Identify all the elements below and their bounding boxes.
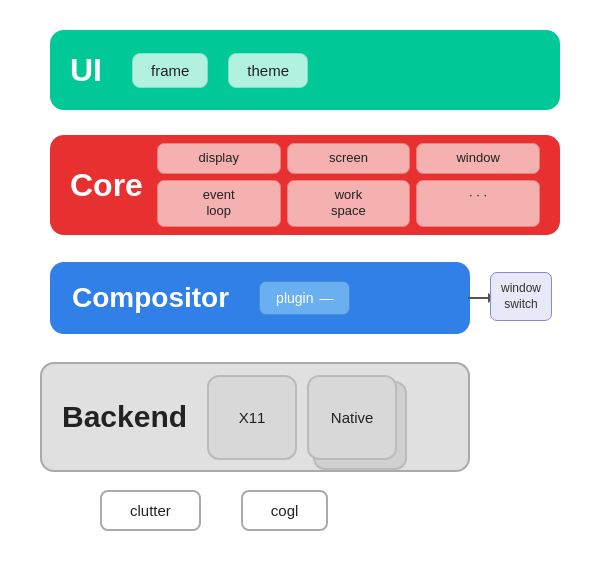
ui-theme-box: theme — [228, 53, 308, 88]
backend-native-stack: Native — [307, 375, 397, 460]
ui-frame-box: frame — [132, 53, 208, 88]
backend-layer: Backend X11 Native — [40, 362, 470, 472]
backend-label: Backend — [62, 400, 187, 434]
backend-x11-label: X11 — [239, 409, 266, 426]
core-layer: Core display screen window eventloop wor… — [50, 135, 560, 235]
compositor-label: Compositor — [72, 282, 229, 314]
core-grid: display screen window eventloop workspac… — [157, 143, 540, 228]
core-event-loop: eventloop — [157, 180, 281, 228]
plugin-label: plugin — [276, 290, 313, 306]
core-workspace: workspace — [287, 180, 411, 228]
core-display: display — [157, 143, 281, 174]
core-label: Core — [70, 167, 143, 204]
diagram: UI frame theme Core display screen windo… — [0, 0, 615, 574]
core-screen: screen — [287, 143, 411, 174]
plugin-box: plugin — — [259, 281, 350, 315]
bottom-boxes: clutter cogl — [100, 490, 328, 531]
cogl-box: cogl — [241, 490, 329, 531]
core-window: window — [416, 143, 540, 174]
core-dots: · · · — [416, 180, 540, 228]
cogl-label: cogl — [271, 502, 299, 519]
window-switch-label: windowswitch — [501, 281, 541, 311]
clutter-label: clutter — [130, 502, 171, 519]
ui-layer: UI frame theme — [50, 30, 560, 110]
backend-native-label: Native — [331, 409, 374, 426]
backend-native-box: Native — [307, 375, 397, 460]
clutter-box: clutter — [100, 490, 201, 531]
plugin-arrow-icon: — — [319, 290, 333, 306]
backend-x11-box: X11 — [207, 375, 297, 460]
ui-label: UI — [70, 52, 102, 89]
compositor-layer: Compositor plugin — — [50, 262, 470, 334]
window-switch-box: windowswitch — [490, 272, 552, 321]
